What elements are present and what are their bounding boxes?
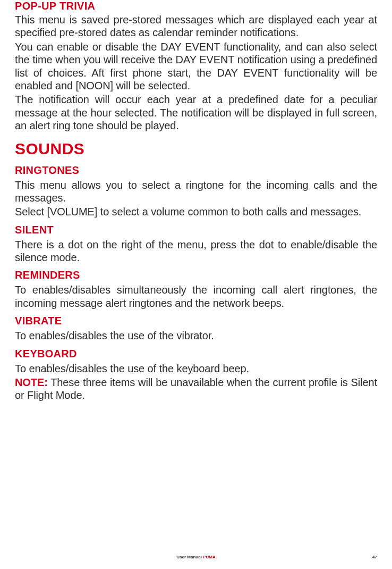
paragraph: The notification will occur each year at… [15, 93, 377, 132]
page-number: 47 [372, 555, 377, 559]
paragraph: Select [VOLUME] to select a volume commo… [15, 205, 377, 218]
document-page: POP-UP TRIVIA This menu is saved pre-sto… [0, 0, 392, 569]
note-paragraph: NOTE: These three items will be unavaila… [15, 376, 377, 402]
heading-popup-trivia: POP-UP TRIVIA [15, 0, 377, 12]
paragraph: This menu allows you to select a rington… [15, 179, 377, 205]
heading-ringtones: RINGTONES [15, 164, 377, 177]
note-label: NOTE: [15, 376, 48, 388]
page-footer: User Manual PUMA 47 [15, 555, 377, 559]
heading-reminders: REMINDERS [15, 269, 377, 281]
footer-brand: PUMA [203, 555, 216, 559]
footer-text: User Manual [176, 555, 203, 559]
heading-sounds: SOUNDS [15, 140, 377, 158]
paragraph: To enables/disables the use of the keybo… [15, 362, 377, 375]
paragraph: There is a dot on the right of the menu,… [15, 238, 377, 264]
heading-keyboard: KEYBOARD [15, 348, 377, 360]
heading-vibrate: VIBRATE [15, 315, 377, 327]
paragraph: You can enable or disable the DAY EVENT … [15, 40, 377, 93]
heading-silent: SILENT [15, 224, 377, 236]
paragraph: To enables/disables the use of the vibra… [15, 329, 377, 342]
paragraph: To enables/disables simultaneously the i… [15, 283, 377, 309]
note-text: These three items will be unavailable wh… [15, 376, 377, 401]
paragraph: This menu is saved pre-stored messages w… [15, 13, 377, 39]
